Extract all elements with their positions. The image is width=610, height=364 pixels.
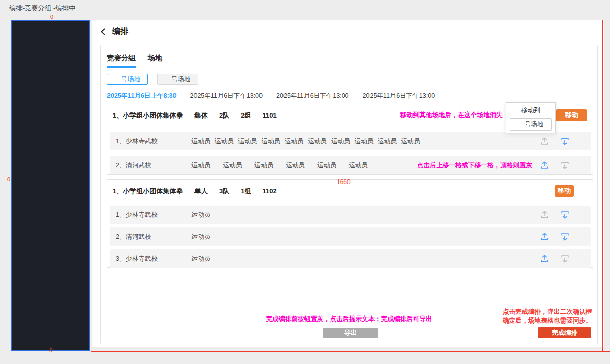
athlete-link[interactable]: 运动员 xyxy=(349,161,368,170)
athlete-link[interactable]: 运动员 xyxy=(191,161,211,170)
finish-arrange-button[interactable]: 完成编排 xyxy=(538,327,591,338)
row-actions xyxy=(539,254,570,264)
finish-annotation-line1: 点击完成编排，弹出二次确认框 xyxy=(503,308,592,316)
venue-button[interactable]: 二号场地 xyxy=(157,74,198,85)
athlete-list: 运动员 xyxy=(191,255,211,263)
athlete-list: 运动员运动员运动员运动员运动员运动员 xyxy=(191,161,368,170)
redline-right xyxy=(602,20,603,352)
redline-width-label: 1660 xyxy=(337,178,351,186)
team-row: 1、少林寺武校 运动员运动员运动员运动员运动员运动员运动员运动员运动员运动员 xyxy=(110,132,591,150)
move-down-icon[interactable] xyxy=(560,136,570,146)
date-row: 2025年11月6日上午8:302025年11月6日下午13:002025年11… xyxy=(107,92,435,100)
move-down-icon[interactable] xyxy=(560,210,570,220)
export-button[interactable]: 导出 xyxy=(323,328,378,338)
athlete-link[interactable]: 运动员 xyxy=(285,137,304,146)
athlete-link[interactable]: 运动员 xyxy=(286,161,306,170)
session-date[interactable]: 2025年11月6日下午13:00 xyxy=(276,92,349,100)
athlete-link[interactable]: 运动员 xyxy=(401,137,421,146)
group-title: 1、小学组小团体集体拳 xyxy=(113,187,194,196)
tab[interactable]: 竞赛分组 xyxy=(107,54,136,68)
athlete-link[interactable]: 运动员 xyxy=(331,137,351,146)
move-down-icon[interactable] xyxy=(560,232,570,242)
group-team-count: 2队 xyxy=(219,111,229,120)
session-date[interactable]: 2025年11月6日下午13:00 xyxy=(190,92,263,100)
move-down-icon[interactable] xyxy=(560,254,570,264)
athlete-link[interactable]: 运动员 xyxy=(191,255,211,263)
team-name: 3、少林寺武校 xyxy=(116,255,191,263)
tab[interactable]: 场地 xyxy=(148,54,162,68)
athlete-list: 运动员 xyxy=(191,233,211,241)
row-actions xyxy=(539,210,570,220)
page-header: 编排 xyxy=(100,26,128,37)
team-row: 2、清河武校 运动员运动员运动员运动员运动员运动员 点击后上移一格或下移一格，顶… xyxy=(110,156,591,174)
session-date[interactable]: 2025年11月6日上午8:30 xyxy=(107,92,177,100)
finish-annotation-line2: 确定后，场地表格也需要同步。 xyxy=(503,316,592,325)
row-actions xyxy=(539,136,570,146)
redline-width-measure xyxy=(91,187,603,187)
back-icon[interactable] xyxy=(100,28,106,36)
session-date[interactable]: 2025年11月6日下午13:00 xyxy=(363,92,435,100)
group-code: 1101 xyxy=(262,111,276,119)
row-actions xyxy=(539,232,570,242)
venue-button[interactable]: 一号场地 xyxy=(107,74,148,85)
group-group-count: 2组 xyxy=(241,111,251,120)
athlete-list: 运动员 xyxy=(191,211,211,219)
redline-bottom xyxy=(91,351,610,352)
content-card: 竞赛分组场地 一号场地二号场地 2025年11月6日上午8:302025年11月… xyxy=(100,45,598,344)
team-row: 3、少林寺武校 运动员 xyxy=(110,249,591,268)
redline-marker-left: 0 xyxy=(7,176,10,183)
tab-bar: 竞赛分组场地 xyxy=(107,54,162,68)
move-up-icon[interactable] xyxy=(539,254,550,264)
popup-title: 移动到 xyxy=(506,106,555,115)
move-up-icon[interactable] xyxy=(539,160,550,170)
team-row: 1、少林寺武校 运动员 xyxy=(110,206,591,224)
navigation-sidebar-placeholder xyxy=(11,20,90,351)
move-to-popup: 移动到 二号场地 xyxy=(506,102,556,133)
move-up-icon[interactable] xyxy=(539,232,550,242)
athlete-link[interactable]: 运动员 xyxy=(308,137,328,146)
athlete-link[interactable]: 运动员 xyxy=(378,137,397,146)
move-annotation: 移动到其他场地后，在这个场地消失 xyxy=(400,111,503,120)
group-title: 1、小学组小团体集体拳 xyxy=(113,111,194,120)
redline-right-edge xyxy=(609,100,609,352)
row-actions xyxy=(539,160,570,170)
team-row: 2、清河武校 运动员 xyxy=(110,228,591,246)
redline-top xyxy=(91,20,603,20)
breadcrumb: 编排-竞赛分组 -编排中 xyxy=(9,4,75,13)
popup-venue-option[interactable]: 二号场地 xyxy=(510,118,552,131)
team-name: 2、清河武校 xyxy=(116,233,191,241)
athlete-link[interactable]: 运动员 xyxy=(238,137,257,146)
reorder-annotation: 点击后上移一格或下移一格，顶格则置灰 xyxy=(417,161,532,170)
athlete-link[interactable]: 运动员 xyxy=(215,137,234,146)
event-group-card: 1、小学组小团体集体拳 单人 3队 1组 1102 移动 1、少林寺武校 运动员… xyxy=(107,179,593,268)
group-code: 1102 xyxy=(262,187,276,195)
athlete-link[interactable]: 运动员 xyxy=(355,137,374,146)
athlete-link[interactable]: 运动员 xyxy=(191,233,211,241)
athlete-link[interactable]: 运动员 xyxy=(191,137,211,146)
group-group-count: 1组 xyxy=(241,187,251,196)
group-team-count: 3队 xyxy=(219,187,229,196)
venue-filter-group: 一号场地二号场地 xyxy=(107,74,198,85)
team-name: 1、少林寺武校 xyxy=(116,211,191,219)
redline-marker-bottom: 0 xyxy=(49,347,52,353)
athlete-link[interactable]: 运动员 xyxy=(254,161,274,170)
move-up-icon[interactable] xyxy=(539,136,550,146)
page-title: 编排 xyxy=(112,26,128,37)
athlete-link[interactable]: 运动员 xyxy=(262,137,281,146)
move-down-icon[interactable] xyxy=(560,160,570,170)
athlete-link[interactable]: 运动员 xyxy=(191,211,211,219)
finish-annotation: 点击完成编排，弹出二次确认框 确定后，场地表格也需要同步。 xyxy=(503,308,592,325)
athlete-list: 运动员运动员运动员运动员运动员运动员运动员运动员运动员运动员 xyxy=(191,137,420,146)
athlete-link[interactable]: 运动员 xyxy=(223,161,243,170)
move-button[interactable]: 移动 xyxy=(556,109,587,121)
group-type: 集体 xyxy=(194,111,208,120)
redline-marker-top: 0 xyxy=(50,14,53,20)
group-type: 单人 xyxy=(194,187,208,196)
team-name: 2、清河武校 xyxy=(116,161,191,170)
move-up-icon[interactable] xyxy=(539,210,550,220)
athlete-link[interactable]: 运动员 xyxy=(317,161,337,170)
team-name: 1、少林寺武校 xyxy=(116,137,191,146)
